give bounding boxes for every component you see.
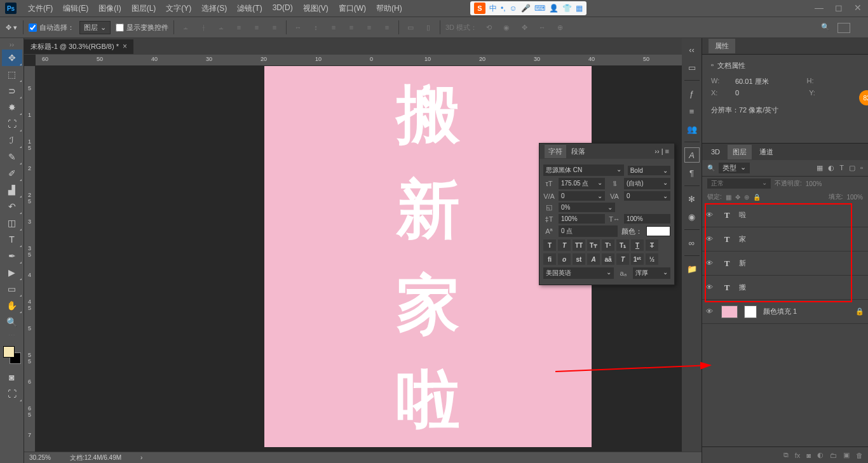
3d-roll-icon[interactable]: ◉ (500, 21, 513, 34)
visibility-icon[interactable]: 👁 (706, 235, 715, 244)
tab-3d[interactable]: 3D (706, 145, 725, 158)
menu-view[interactable]: 视图(V) (299, 2, 332, 15)
kerning-input[interactable]: 0⌄ (559, 191, 605, 201)
type-tool[interactable]: T (2, 231, 22, 248)
ime-smile-icon[interactable]: ☺ (510, 4, 517, 13)
show-transform-check[interactable]: 显示变换控件 (116, 23, 168, 32)
fg-color-swatch[interactable] (3, 346, 15, 358)
leading-input[interactable]: (自动)⌄ (624, 178, 670, 189)
color-swatches[interactable] (3, 346, 21, 364)
filter-type-dropdown[interactable]: 类型⌄ (719, 163, 750, 173)
antialias-dropdown[interactable]: 浑厚⌄ (633, 267, 670, 279)
quick-select-tool[interactable]: ✸ (2, 99, 22, 116)
titling-button[interactable]: aā (602, 253, 614, 265)
eyedropper-tool[interactable]: ℐ (2, 132, 22, 149)
layer-row[interactable]: 👁 T 新 (702, 252, 868, 276)
align-vcenter-icon[interactable]: ⟊ (197, 21, 210, 34)
menu-filter[interactable]: 滤镜(T) (233, 2, 266, 15)
canvas-text-3[interactable]: 家 (397, 263, 460, 346)
visibility-icon[interactable]: 👁 (706, 211, 715, 220)
ime-tool-icon[interactable]: ▦ (576, 4, 583, 13)
lock-position-icon[interactable]: ✥ (735, 194, 740, 201)
menu-file[interactable]: 文件(F) (24, 2, 57, 15)
distribute-v-icon[interactable]: ↕ (309, 21, 322, 34)
align-left-icon[interactable]: ≡ (233, 21, 245, 34)
blend-mode-dropdown[interactable]: 正常⌄ (707, 178, 771, 189)
ime-bar[interactable]: S 中 •, ☺ 🎤 ⌨ 👤 👕 ▦ (470, 1, 587, 15)
distribute-h-icon[interactable]: ↔ (292, 21, 304, 34)
brush-tool[interactable]: ✐ (2, 165, 22, 182)
char-panel-header[interactable]: 字符 段落 ›› | ≡ (539, 144, 674, 159)
mask-thumb[interactable] (744, 305, 757, 318)
layer-list[interactable]: 👁 T 啦 👁 T 家 👁 T 新 👁 T 搬 (702, 203, 868, 446)
smallcaps-button[interactable]: Tᴛ (587, 239, 600, 251)
path-select-tool[interactable]: ▶ (2, 264, 22, 281)
font-family-dropdown[interactable]: 思源黑体 CN⌄ (543, 164, 624, 176)
menu-window[interactable]: 窗口(W) (335, 2, 370, 15)
visibility-icon[interactable]: 👁 (706, 307, 715, 316)
workspace-switcher-icon[interactable] (837, 23, 850, 33)
layer-row-fill[interactable]: 👁 颜色填充 1 🔒 (702, 300, 868, 324)
opacity-value[interactable]: 100% (806, 180, 822, 187)
paragraph-tab[interactable]: 段落 (571, 147, 585, 156)
align-bottom-icon[interactable]: ⫠ (215, 21, 227, 34)
baseline-field[interactable]: 0 点 (559, 225, 618, 237)
lock-nest-icon[interactable]: ⊕ (744, 194, 749, 201)
character-panel[interactable]: 字符 段落 ›› | ≡ 思源黑体 CN⌄ Bold⌄ τT 175.05 点⌄… (539, 143, 675, 285)
swatches-icon[interactable]: ≡ (684, 104, 700, 119)
strip-expand-icon[interactable]: ‹‹ (684, 42, 700, 57)
canvas-text-4[interactable]: 啦 (397, 358, 460, 441)
menu-3d[interactable]: 3D(D) (269, 2, 297, 15)
menu-layer[interactable]: 图层(L) (128, 2, 160, 15)
menu-help[interactable]: 帮助(H) (372, 2, 406, 15)
layer-fx-icon[interactable]: fx (795, 452, 801, 459)
menu-type[interactable]: 文字(Y) (162, 2, 195, 15)
ordinal-button[interactable]: o (558, 253, 571, 265)
tool-preset-icon[interactable]: ✥ ▾ (5, 21, 18, 34)
3d-zoom-icon[interactable]: ⊕ (553, 21, 566, 34)
text-color-swatch[interactable] (646, 226, 670, 236)
ime-skin-icon[interactable]: 👕 (562, 4, 572, 13)
distribute-icon4[interactable]: ≡ (381, 21, 393, 34)
delete-layer-icon[interactable]: 🗑 (856, 452, 863, 459)
pen-tool[interactable]: ✒ (2, 248, 22, 264)
history-brush-tool[interactable]: ↶ (2, 198, 22, 215)
document-tab[interactable]: 未标题-1 @ 30.3%(RGB/8) * × (24, 39, 133, 54)
filter-smart-icon[interactable]: ▫ (860, 164, 863, 172)
filter-type-icon[interactable]: T (839, 164, 844, 172)
visibility-icon[interactable]: 👁 (706, 283, 715, 292)
vertical-ruler[interactable]: 5 1 1 5 2 2 5 3 3 5 4 4 5 5 5 5 6 6 5 7 (24, 66, 36, 452)
layer-name[interactable]: 搬 (739, 283, 746, 292)
show-transform-checkbox[interactable] (116, 23, 124, 32)
3d-pan-icon[interactable]: ✥ (518, 21, 531, 34)
vscale-field[interactable]: 100% (559, 214, 605, 224)
layer-mask-icon[interactable]: ◙ (806, 452, 811, 459)
layer-name[interactable]: 新 (739, 258, 746, 268)
allcaps-button[interactable]: TT (573, 239, 585, 251)
filesize-value[interactable]: 文档:12.4M/6.49M (70, 453, 121, 462)
auto-select-checkbox[interactable] (29, 23, 37, 32)
cc-libraries-icon[interactable]: ∞ (684, 235, 700, 250)
stamp-tool[interactable]: ▟ (2, 182, 22, 198)
healing-tool[interactable]: ✎ (2, 149, 22, 165)
auto-select-check[interactable]: 自动选择： (29, 23, 74, 32)
swash-button[interactable]: A (587, 253, 600, 265)
visibility-icon[interactable]: 👁 (706, 259, 715, 268)
tracking-input[interactable]: 0⌄ (624, 191, 670, 201)
vscale-input[interactable]: 0%⌄ (559, 203, 615, 212)
menu-edit[interactable]: 编辑(E) (59, 2, 92, 15)
shape-tool[interactable]: ▭ (2, 281, 22, 297)
auto-blend-icon[interactable]: ▯ (422, 21, 435, 34)
ime-keyboard-icon[interactable]: ⌨ (534, 4, 545, 13)
layer-row[interactable]: 👁 T 家 (702, 227, 868, 252)
history-icon[interactable]: ▭ (684, 60, 700, 75)
marquee-tool[interactable]: ⬚ (2, 66, 22, 83)
maximize-icon[interactable]: ◻ (835, 3, 843, 13)
filter-adjust-icon[interactable]: ◐ (828, 164, 834, 172)
layer-target-dropdown[interactable]: 图层⌄ (79, 21, 111, 34)
ime-punct-icon[interactable]: •, (501, 4, 506, 13)
menu-select[interactable]: 选择(S) (198, 2, 231, 15)
adjustment-layer-icon[interactable]: ◐ (817, 451, 824, 459)
styles-icon[interactable]: ◉ (684, 209, 700, 224)
libraries-icon[interactable]: 👥 (684, 121, 700, 137)
